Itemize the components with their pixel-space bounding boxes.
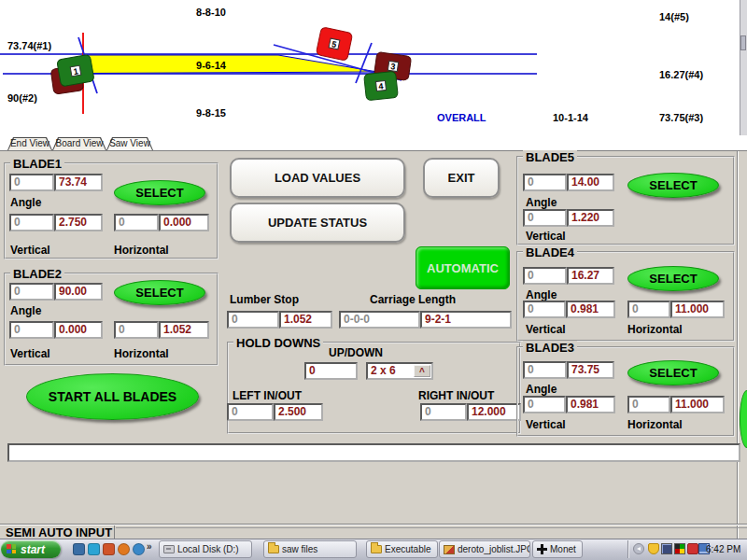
lumber-stop-label: Lumber Stop bbox=[230, 293, 299, 306]
blade1-horizontal-value[interactable]: 0.000 bbox=[159, 214, 209, 231]
quicklaunch-icon-1[interactable] bbox=[73, 543, 85, 555]
blade4-horizontal-ref[interactable]: 0 bbox=[627, 301, 670, 318]
blade1-vertical-value[interactable]: 2.750 bbox=[54, 214, 103, 231]
blade5-vertical-ref[interactable]: 0 bbox=[523, 209, 567, 227]
blade2-angle-value[interactable]: 90.00 bbox=[54, 283, 103, 301]
blade2-vertical-value[interactable]: 0.000 bbox=[54, 321, 103, 339]
blade5-angle-ref[interactable]: 0 bbox=[523, 174, 567, 191]
taskbar-button-label: Executable bbox=[385, 544, 430, 554]
blade4-vertical-value[interactable]: 0.981 bbox=[566, 301, 615, 318]
updown-size-dropdown[interactable]: 2 x 6 ^ bbox=[366, 362, 433, 380]
dim-board: 9-6-14 bbox=[183, 60, 239, 71]
taskbar-button-label: Monet bbox=[550, 544, 576, 554]
blade2-horizontal-ref[interactable]: 0 bbox=[114, 321, 159, 339]
blade3-vertical-value[interactable]: 0.981 bbox=[566, 396, 615, 413]
blade3-vertical-label: Vertical bbox=[526, 418, 566, 431]
blade1-vertical-ref[interactable]: 0 bbox=[9, 214, 54, 231]
alert-icon[interactable] bbox=[687, 543, 698, 554]
security-shield-icon[interactable] bbox=[648, 543, 659, 554]
start-all-blades-button[interactable]: START ALL BLADES bbox=[26, 373, 199, 420]
blade5-select-button[interactable]: SELECT bbox=[627, 173, 719, 198]
taskbar-button-saw-files[interactable]: saw files bbox=[263, 540, 357, 558]
blade4-vertical-ref[interactable]: 0 bbox=[523, 301, 566, 318]
mode-tab[interactable]: SEMI AUTO INPUT bbox=[1, 525, 115, 539]
saw-control-screen: 2 1 5 3 4 8-8-10 73 bbox=[0, 0, 747, 560]
update-status-button[interactable]: UPDATE STATUS bbox=[230, 203, 405, 243]
dim-right-top: 14(#5) bbox=[659, 11, 689, 22]
blade3-select-button[interactable]: SELECT bbox=[627, 360, 719, 385]
folder-icon bbox=[268, 545, 279, 553]
folder-icon bbox=[371, 545, 382, 553]
tray-hide-icons-chevron[interactable] bbox=[633, 543, 644, 554]
quicklaunch-overflow-chevron[interactable]: » bbox=[147, 541, 152, 552]
blade4-select-button[interactable]: SELECT bbox=[627, 266, 719, 291]
tab-board-view[interactable]: Board View bbox=[52, 137, 106, 150]
blade4-horizontal-label: Horizontal bbox=[627, 323, 683, 336]
blade3-horizontal-value[interactable]: 11.000 bbox=[670, 396, 725, 413]
blade3-vertical-ref[interactable]: 0 bbox=[523, 396, 566, 413]
carriage-length-ref[interactable]: 0-0-0 bbox=[339, 311, 420, 329]
disk-icon bbox=[163, 545, 175, 553]
quicklaunch-icon-5[interactable] bbox=[133, 543, 145, 555]
blade2-angle-label: Angle bbox=[10, 304, 41, 317]
blade3-angle-label: Angle bbox=[526, 383, 557, 396]
taskbar-button-executable[interactable]: Executable bbox=[366, 540, 438, 558]
windows-flag-icon bbox=[7, 544, 16, 553]
start-button[interactable]: start bbox=[1, 540, 61, 558]
offscreen-select-button[interactable] bbox=[740, 390, 747, 448]
lumber-stop-value[interactable]: 1.052 bbox=[279, 311, 332, 329]
blade4-angle-label: Angle bbox=[526, 288, 557, 301]
tray-separator bbox=[627, 540, 629, 558]
diagram-scrollbar[interactable] bbox=[740, 0, 747, 135]
view-tabs: End View Board View Saw View bbox=[0, 135, 747, 151]
updown-size-value: 2 x 6 bbox=[371, 364, 396, 377]
load-values-button[interactable]: LOAD VALUES bbox=[230, 158, 405, 198]
left-inout-value[interactable]: 2.500 bbox=[274, 403, 323, 421]
blade1-angle-ref[interactable]: 0 bbox=[9, 174, 54, 191]
lumber-stop-ref[interactable]: 0 bbox=[227, 311, 279, 329]
blade3-horizontal-ref[interactable]: 0 bbox=[627, 396, 670, 413]
blade3-angle-ref[interactable]: 0 bbox=[523, 361, 567, 379]
quicklaunch-icon-3[interactable] bbox=[103, 543, 115, 555]
automatic-button[interactable]: AUTOMATIC bbox=[416, 246, 510, 289]
left-inout-label: LEFT IN/OUT bbox=[233, 389, 302, 402]
taskbar-button-local-disk[interactable]: Local Disk (D:) bbox=[159, 540, 252, 558]
message-strip[interactable] bbox=[7, 443, 740, 462]
blade5-angle-value[interactable]: 14.00 bbox=[567, 174, 614, 191]
carriage-length-value[interactable]: 9-2-1 bbox=[420, 311, 512, 329]
right-inout-value[interactable]: 12.000 bbox=[467, 403, 521, 421]
blade4-angle-value[interactable]: 16.27 bbox=[567, 267, 614, 285]
right-inout-ref[interactable]: 0 bbox=[420, 403, 467, 421]
blade2-horizontal-value[interactable]: 1.052 bbox=[159, 321, 209, 339]
panel-right-divider bbox=[737, 151, 739, 539]
tab-saw-view[interactable]: Saw View bbox=[106, 137, 153, 150]
blade5-vertical-value[interactable]: 1.220 bbox=[567, 209, 614, 227]
blade3-horizontal-label: Horizontal bbox=[627, 418, 683, 431]
exit-button[interactable]: EXIT bbox=[423, 158, 500, 198]
tab-saw-view-label: Saw View bbox=[106, 138, 153, 148]
blade1-angle-value[interactable]: 73.74 bbox=[54, 174, 103, 191]
taskbar-button-monet[interactable]: Monet bbox=[532, 540, 583, 558]
dim-top: 8-8-10 bbox=[183, 7, 239, 18]
quicklaunch-icon-2[interactable] bbox=[88, 543, 100, 555]
blade4-vertical-label: Vertical bbox=[526, 323, 566, 336]
status-quad-icon[interactable] bbox=[674, 543, 685, 554]
blade4-marker-number: 4 bbox=[378, 81, 384, 91]
updown-value-field[interactable]: 0 bbox=[304, 362, 358, 380]
blade3-angle-value[interactable]: 73.75 bbox=[567, 361, 614, 379]
blade1-horizontal-ref[interactable]: 0 bbox=[114, 214, 159, 231]
blade4-horizontal-value[interactable]: 11.000 bbox=[670, 301, 725, 318]
blade4-angle-ref[interactable]: 0 bbox=[523, 267, 567, 285]
display-icon[interactable] bbox=[661, 543, 672, 554]
taskbar-button-deroto-joblist[interactable]: deroto_joblist.JPG - P... bbox=[439, 540, 530, 558]
left-inout-ref[interactable]: 0 bbox=[227, 403, 274, 421]
blade2-angle-ref[interactable]: 0 bbox=[9, 283, 54, 301]
updown-caret-button[interactable]: ^ bbox=[414, 365, 430, 377]
diagram-scrollbar-thumb[interactable] bbox=[740, 35, 746, 50]
tab-end-view[interactable]: End View bbox=[7, 137, 52, 150]
blade2-vertical-label: Vertical bbox=[10, 347, 50, 360]
blade1-select-button[interactable]: SELECT bbox=[114, 180, 205, 205]
quicklaunch-icon-4[interactable] bbox=[118, 543, 130, 555]
blade2-vertical-ref[interactable]: 0 bbox=[9, 321, 54, 339]
blade2-select-button[interactable]: SELECT bbox=[114, 280, 205, 305]
